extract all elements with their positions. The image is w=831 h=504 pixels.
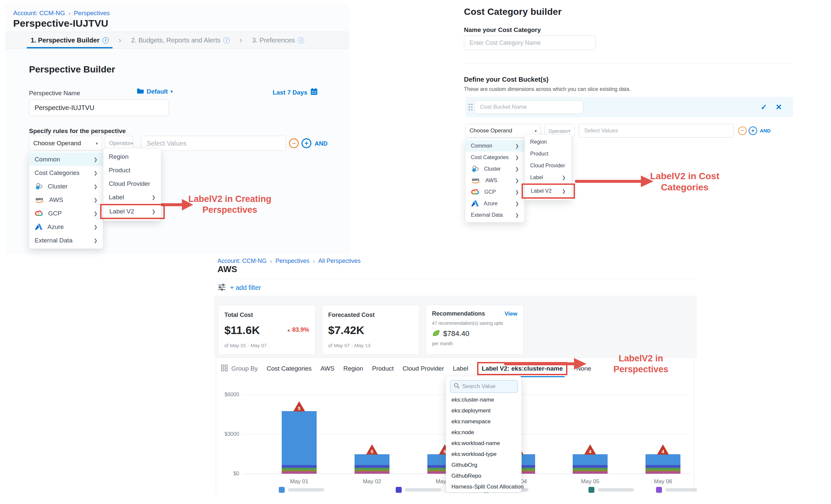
group-by-item-label[interactable]: Label — [453, 365, 468, 372]
breadcrumb-link[interactable]: Perspectives — [276, 258, 309, 265]
menu-item-aws[interactable]: awsAWS❯ — [29, 193, 103, 207]
bar-may-06[interactable] — [646, 454, 681, 474]
legend-swatch — [279, 487, 285, 493]
rules-label: Specify rules for the perspective — [29, 127, 126, 135]
menu-item-gcp[interactable]: GCP❯ — [29, 207, 103, 220]
operand-select-value: Choose Operand — [33, 140, 81, 147]
cost-category-name-input[interactable]: Enter Cost Category Name — [464, 36, 596, 50]
submenu-item-cloud-provider[interactable]: Cloud Provider — [104, 177, 161, 190]
anomaly-badge[interactable]: 5 — [366, 444, 378, 454]
tab-2[interactable]: 2. Budgets, Reports and Alertsi — [131, 32, 230, 49]
submenu-item-cloud-provider[interactable]: Cloud Provider — [525, 160, 571, 172]
values-input[interactable]: Select Values — [579, 124, 734, 138]
drag-handle-icon[interactable] — [468, 103, 472, 111]
legend-item[interactable] — [396, 487, 441, 493]
submenu-item-label[interactable]: Label❯ — [525, 172, 571, 183]
legend-item[interactable] — [656, 487, 697, 493]
group-by-item-cost-categories[interactable]: Cost Categories — [266, 365, 311, 372]
forecasted-cost-value: $7.42K — [328, 324, 413, 337]
add-rule-button[interactable]: + — [302, 138, 311, 148]
menu-item-cost-categories[interactable]: Cost Categories❯ — [466, 151, 524, 163]
menu-item-label: Azure — [48, 223, 64, 231]
menu-item-azure[interactable]: Azure❯ — [466, 198, 524, 209]
confirm-bucket-button[interactable]: ✓ — [761, 103, 767, 112]
breadcrumb-account-link[interactable]: Account: CCM-NG — [13, 9, 65, 17]
value-option-eks-deployment[interactable]: eks:deployment — [451, 408, 491, 414]
anomaly-badge[interactable]: 5 — [293, 401, 305, 411]
bar-may-01[interactable] — [282, 411, 317, 474]
menu-item-common[interactable]: Common❯ — [466, 140, 524, 151]
info-icon: i — [298, 37, 304, 43]
breadcrumb-link[interactable]: All Perspectives — [318, 258, 361, 265]
remove-rule-button[interactable]: − — [738, 126, 747, 135]
chevron-right-icon: ❯ — [562, 175, 566, 180]
menu-item-cluster[interactable]: Cluster❯ — [29, 180, 103, 193]
menu-item-external-data[interactable]: External Data❯ — [29, 234, 103, 247]
value-option-githuborg[interactable]: GithubOrg — [451, 462, 477, 468]
chevron-right-icon: ❯ — [151, 209, 155, 214]
view-recommendations-link[interactable]: View — [505, 310, 517, 317]
group-by-item-product[interactable]: Product — [372, 365, 394, 372]
breadcrumb-link[interactable]: Account: CCM-NG — [218, 258, 266, 265]
submenu-item-label-v2[interactable]: Label V2❯ — [522, 183, 575, 199]
legend-item[interactable] — [279, 487, 324, 493]
add-filter-button[interactable]: + add filter — [230, 284, 261, 292]
filter-sliders-icon[interactable] — [218, 283, 226, 293]
operand-select[interactable]: Choose Operand ▾ — [29, 136, 102, 151]
add-rule-button[interactable]: + — [749, 126, 757, 135]
anomaly-badge[interactable]: 4 — [657, 444, 669, 454]
remove-rule-button[interactable]: − — [289, 138, 299, 148]
group-by-item-cloud-provider[interactable]: Cloud Provider — [403, 365, 444, 372]
bar-may-02[interactable] — [354, 454, 390, 474]
submenu-item-product[interactable]: Product — [104, 164, 161, 177]
submenu-item-label[interactable]: Label❯ — [104, 190, 161, 204]
menu-item-common[interactable]: Common❯ — [29, 152, 103, 166]
submenu-item-region[interactable]: Region — [104, 150, 161, 164]
menu-item-cluster[interactable]: Cluster❯ — [466, 163, 524, 175]
and-operator-button[interactable]: AND — [315, 140, 327, 147]
anomaly-badge[interactable]: 4 — [584, 444, 596, 454]
divider — [461, 63, 794, 64]
chevron-right-icon: ❯ — [515, 143, 519, 149]
bar-may-05[interactable] — [573, 454, 608, 474]
search-value-input[interactable]: Search Value — [450, 380, 518, 393]
value-option-harness-split-cost-allocation[interactable]: Harness-Split Cost Allocation — [451, 483, 523, 490]
value-option-githubrepo[interactable]: GithubRepo — [451, 473, 481, 479]
menu-item-label: AWS — [49, 196, 63, 204]
group-by-item-aws[interactable]: AWS — [321, 365, 335, 372]
and-operator-button[interactable]: AND — [760, 128, 771, 134]
values-placeholder: Select Values — [584, 127, 618, 134]
perspective-name-input[interactable]: Perspective-IUJTVU — [29, 99, 169, 116]
value-option-eks-cluster-name[interactable]: eks:cluster-name — [451, 396, 494, 403]
bar-segment-base-olive — [573, 470, 608, 471]
values-placeholder: Select Values — [147, 140, 187, 147]
tab-3[interactable]: 3. Preferencesi — [252, 32, 304, 49]
submenu-item-product[interactable]: Product — [525, 148, 571, 160]
caret-down-icon: ▾ — [535, 128, 537, 134]
submenu-item-label-v2[interactable]: Label V2❯ — [100, 204, 165, 219]
legend-item[interactable] — [589, 487, 634, 493]
buckets-help-text: These are custom dimensions across which… — [464, 86, 631, 92]
menu-item-gcp[interactable]: GCP❯ — [466, 186, 524, 198]
value-option-eks-workload-type[interactable]: eks:workload-type — [451, 451, 496, 457]
values-input[interactable]: Select Values — [141, 136, 286, 151]
menu-item-azure[interactable]: Azure❯ — [29, 220, 103, 234]
value-option-eks-node[interactable]: eks:node — [451, 429, 474, 436]
cancel-bucket-button[interactable]: ✕ — [776, 103, 782, 112]
anomaly-count: 4 — [589, 449, 592, 454]
cost-bucket-name-input[interactable]: Cost Bucket Name — [475, 100, 583, 114]
breadcrumb-perspectives-link[interactable]: Perspectives — [74, 9, 110, 17]
value-option-eks-namespace[interactable]: eks:namespace — [451, 418, 491, 425]
menu-item-cost-categories[interactable]: Cost Categories❯ — [29, 166, 103, 180]
annotation-creating-perspectives: LabelV2 in Creating Perspectives — [186, 194, 274, 215]
group-by-item-region[interactable]: Region — [343, 365, 363, 372]
submenu-item-region[interactable]: Region — [525, 136, 571, 148]
date-range-picker[interactable]: Last 7 Days — [273, 88, 318, 97]
menu-item-label: Azure — [484, 201, 497, 207]
menu-item-aws[interactable]: awsAWS❯ — [466, 175, 524, 186]
x-axis-label: May 01 — [282, 478, 317, 485]
folder-selector[interactable]: Default ▾ — [137, 88, 173, 95]
value-option-eks-workload-name[interactable]: eks:workload-name — [451, 440, 500, 447]
tab-1[interactable]: 1. Perspective Builderi — [31, 32, 109, 49]
menu-item-external-data[interactable]: External Data❯ — [466, 209, 524, 221]
